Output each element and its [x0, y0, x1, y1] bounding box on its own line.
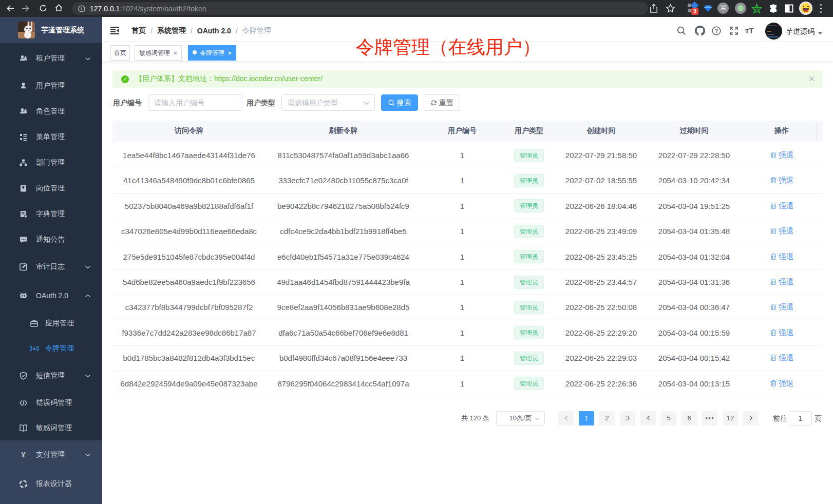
- svg-text:?: ?: [715, 28, 718, 34]
- svg-text:a: a: [33, 346, 36, 351]
- svg-text:¥: ¥: [21, 451, 26, 459]
